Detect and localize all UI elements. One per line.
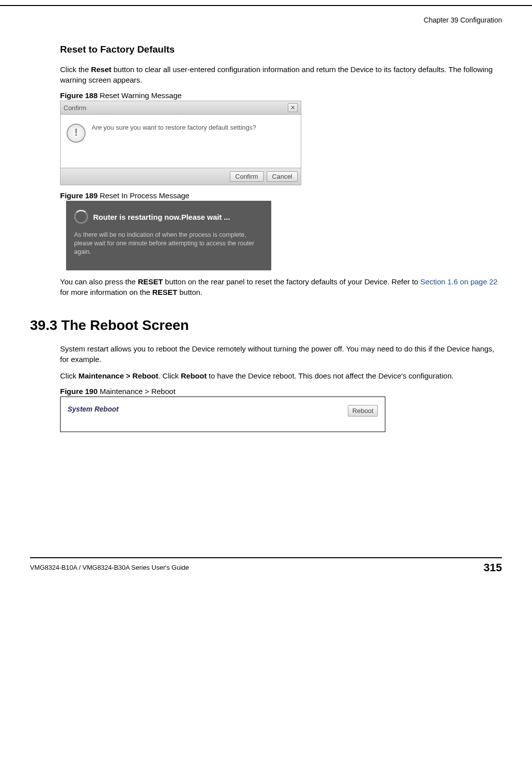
chapter-header: Chapter 39 Configuration [30,16,502,24]
reset-bold: RESET [152,288,177,296]
dialog-message: Are you sure you want to restore factory… [92,124,256,131]
restart-detail-text: As there will be no indication of when t… [74,231,263,256]
dialog-titlebar: Confirm ✕ [61,101,301,115]
figure-190-caption: Figure 190 Maintenance > Reboot [60,387,502,396]
text-fragment: button on the rear panel to reset the fa… [163,277,420,286]
text-fragment: You can also press the [60,277,138,286]
figure-label: Figure 188 [60,91,98,100]
reboot-panel: System Reboot Reboot [60,397,385,432]
figure-188-caption: Figure 188 Reset Warning Message [60,91,502,100]
text-fragment: Click [60,371,79,380]
text-fragment: to have the Device reboot. This does not… [207,371,453,380]
reboot-button[interactable]: Reboot [348,405,378,417]
system-reboot-label: System Reboot [68,405,119,413]
footer-guide-name: VMG8324-B10A / VMG8324-B30A Series User'… [30,564,189,571]
reset-bold-word: Reset [91,65,112,74]
confirm-button[interactable]: Confirm [230,171,264,182]
dialog-title: Confirm [64,104,87,112]
cancel-button[interactable]: Cancel [267,171,298,182]
figure-caption-text: Maintenance > Reboot [98,387,176,396]
figure-caption-text: Reset Warning Message [98,91,182,100]
reset-paragraph-1: Click the Reset button to clear all user… [60,64,502,85]
content-area: Reset to Factory Defaults Click the Rese… [60,44,502,432]
page-number: 315 [483,561,502,574]
restart-headline-row: Router is restarting now.Please wait ... [74,210,263,224]
figure-label: Figure 189 [60,191,98,200]
cross-reference-link[interactable]: Section 1.6 on page 22 [420,277,497,286]
text-fragment: button to clear all user-entered configu… [60,65,492,84]
text-fragment: Click the [60,65,91,74]
warning-icon [67,124,86,143]
restart-message-box: Router is restarting now.Please wait ...… [66,201,271,270]
dialog-body: Are you sure you want to restore factory… [61,115,301,168]
page-container: Chapter 39 Configuration Reset to Factor… [0,5,532,584]
dialog-footer: Confirm Cancel [61,168,301,185]
spinner-icon [74,210,88,224]
figure-caption-text: Reset In Process Message [98,191,189,200]
text-fragment: button. [177,288,202,296]
figure-189-caption: Figure 189 Reset In Process Message [60,191,502,200]
confirm-dialog: Confirm ✕ Are you sure you want to resto… [60,101,301,185]
reset-paragraph-2: You can also press the RESET button on t… [60,276,502,297]
reset-bold: RESET [138,277,163,286]
reboot-bold: Reboot [181,371,207,380]
text-fragment: for more information on the [60,288,152,296]
reboot-paragraph-2: Click Maintenance > Reboot. Click Reboot… [60,370,502,381]
reset-section-title: Reset to Factory Defaults [60,44,502,55]
restart-headline: Router is restarting now.Please wait ... [93,213,230,221]
menu-path-bold: Maintenance > Reboot [79,371,159,380]
figure-label: Figure 190 [60,387,98,396]
page-footer: VMG8324-B10A / VMG8324-B30A Series User'… [30,557,502,574]
text-fragment: . Click [158,371,181,380]
reboot-section-heading: 39.3 The Reboot Screen [30,317,502,333]
close-icon[interactable]: ✕ [288,103,298,112]
reboot-paragraph-1: System restart allows you to reboot the … [60,343,502,364]
